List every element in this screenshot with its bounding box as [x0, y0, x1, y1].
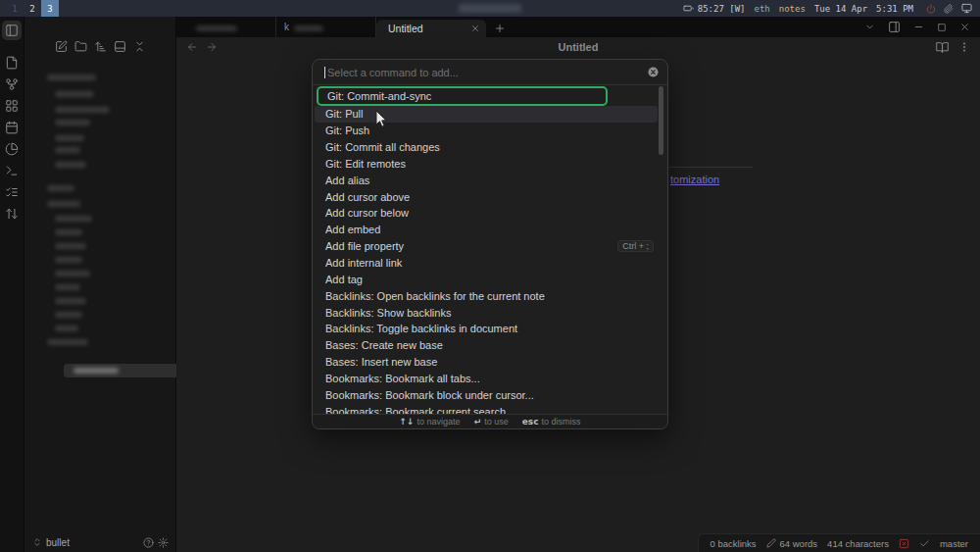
horizontal-rule: [659, 167, 753, 168]
command-item[interactable]: Add cursor above: [313, 188, 667, 205]
redacted-file-item[interactable]: [55, 162, 86, 168]
git-branch-label[interactable]: master: [940, 538, 968, 549]
status-bar: 0 backlinks 64 words 414 characters mast…: [698, 533, 980, 552]
command-label: Add embed: [325, 224, 380, 235]
redacted-file-item[interactable]: [55, 229, 82, 235]
redacted-file-item[interactable]: [47, 339, 88, 345]
calendar-icon[interactable]: [5, 121, 19, 134]
workspace-button[interactable]: 2: [24, 0, 41, 17]
tab-list-chevron-icon[interactable]: [864, 22, 875, 32]
redacted-file-item[interactable]: [55, 147, 80, 153]
redacted-file-item[interactable]: [55, 120, 90, 125]
redacted-file-item[interactable]: [55, 107, 110, 113]
redacted-file-item[interactable]: [55, 243, 86, 249]
command-item[interactable]: Add file property Ctrl + ;: [313, 238, 667, 255]
command-item[interactable]: Git: Edit remotes: [313, 156, 667, 173]
redacted-file-name: [74, 368, 119, 374]
command-item[interactable]: Git: Commit all changes: [313, 139, 667, 156]
command-item[interactable]: Add internal link: [313, 255, 667, 272]
settings-gear-icon[interactable]: [158, 537, 169, 548]
list-checks-icon[interactable]: [5, 185, 19, 199]
terminal-icon[interactable]: [5, 164, 19, 177]
power-icon[interactable]: [926, 4, 936, 14]
command-item[interactable]: Add alias: [313, 172, 667, 188]
help-icon[interactable]: [143, 537, 154, 548]
redacted-file-item[interactable]: [55, 326, 78, 331]
sync-off-icon[interactable]: [899, 538, 909, 549]
redacted-window-title: [459, 4, 521, 13]
redacted-file-item[interactable]: [55, 216, 92, 222]
layout-grid-icon[interactable]: [5, 99, 19, 113]
explorer-toolbar: [24, 40, 175, 53]
tab-redacted-1[interactable]: [176, 17, 276, 37]
word-count[interactable]: 64 words: [766, 538, 818, 549]
command-label: Add tag: [325, 274, 363, 285]
command-item[interactable]: Backlinks: Show backlinks: [313, 304, 667, 321]
note-link[interactable]: tomization: [670, 174, 719, 185]
redacted-file-item[interactable]: [55, 135, 84, 141]
new-note-icon[interactable]: [55, 40, 68, 53]
redacted-file-item[interactable]: [47, 75, 96, 80]
redacted-file-item[interactable]: [55, 298, 86, 304]
vault-name: bullet: [46, 537, 70, 548]
redacted-file-item[interactable]: [47, 201, 80, 207]
forward-icon[interactable]: [206, 41, 218, 53]
redacted-file-item[interactable]: [47, 185, 74, 191]
minimize-icon[interactable]: [913, 22, 924, 32]
redacted-file-item[interactable]: [55, 312, 82, 318]
command-item[interactable]: Add embed: [313, 222, 667, 238]
command-label: Add alias: [325, 175, 369, 186]
new-tab-icon[interactable]: [494, 23, 506, 34]
palette-scrollbar[interactable]: [659, 86, 663, 155]
workspace-button[interactable]: 1: [6, 0, 24, 17]
clear-input-icon[interactable]: [648, 67, 659, 77]
backlinks-count[interactable]: 0 backlinks: [710, 538, 757, 549]
monitor-icon[interactable]: [961, 3, 972, 14]
paperclip-icon[interactable]: [944, 4, 954, 14]
check-icon[interactable]: [919, 538, 930, 549]
workspace-button[interactable]: 3: [41, 0, 59, 17]
command-item[interactable]: Backlinks: Open backlinks for the curren…: [313, 287, 667, 304]
git-fork-icon[interactable]: [5, 77, 19, 91]
character-count[interactable]: 414 characters: [827, 538, 889, 549]
redacted-file-item[interactable]: [55, 91, 94, 97]
command-item[interactable]: Add cursor below: [313, 205, 667, 222]
toggle-right-sidebar-icon[interactable]: [888, 21, 901, 33]
command-item[interactable]: Git: Commit-and-sync: [317, 86, 608, 106]
command-search-input[interactable]: Select a command to add...: [313, 60, 667, 85]
arrow-up-down-icon[interactable]: [5, 207, 19, 221]
command-item[interactable]: Bookmarks: Bookmark block under cursor..…: [313, 386, 667, 403]
maximize-icon[interactable]: [937, 23, 947, 32]
command-item[interactable]: Git: Push: [313, 123, 667, 139]
reading-mode-icon[interactable]: [936, 41, 949, 54]
more-options-icon[interactable]: [958, 41, 970, 53]
command-item[interactable]: Bases: Create new base: [313, 337, 667, 354]
file-explorer: bullet: [24, 17, 176, 552]
tab-label: Untitled: [388, 23, 470, 34]
back-icon[interactable]: [186, 41, 198, 53]
redacted-file-item[interactable]: [55, 284, 80, 290]
command-palette: Select a command to add... Git: Commit-a…: [312, 59, 668, 429]
command-item[interactable]: Git: Pull: [315, 106, 658, 123]
command-item[interactable]: Backlinks: Toggle backlinks in document: [313, 321, 667, 337]
file-icon[interactable]: [5, 56, 19, 70]
close-window-icon[interactable]: [959, 22, 970, 32]
command-label: Git: Edit remotes: [325, 158, 406, 170]
command-item[interactable]: Add tag: [313, 271, 667, 287]
sort-icon[interactable]: [94, 40, 107, 53]
tab-close-icon[interactable]: [470, 24, 480, 33]
panel-bottom-icon[interactable]: [114, 40, 126, 53]
command-label: Add cursor above: [325, 191, 410, 203]
redacted-file-item[interactable]: [55, 257, 82, 263]
tab-redacted-2[interactable]: k: [276, 17, 376, 37]
new-folder-icon[interactable]: [74, 40, 87, 53]
collapse-all-icon[interactable]: [133, 40, 146, 53]
command-item[interactable]: Bases: Insert new base: [313, 354, 667, 371]
tab-untitled[interactable]: Untitled: [376, 20, 486, 37]
command-item[interactable]: Bookmarks: Bookmark all tabs...: [313, 371, 667, 387]
toggle-left-sidebar-button[interactable]: [2, 21, 22, 40]
vault-switcher[interactable]: bullet: [24, 532, 176, 552]
redacted-file-item[interactable]: [55, 271, 90, 276]
command-label: Git: Commit-and-sync: [327, 90, 431, 102]
pie-chart-icon[interactable]: [5, 142, 19, 156]
